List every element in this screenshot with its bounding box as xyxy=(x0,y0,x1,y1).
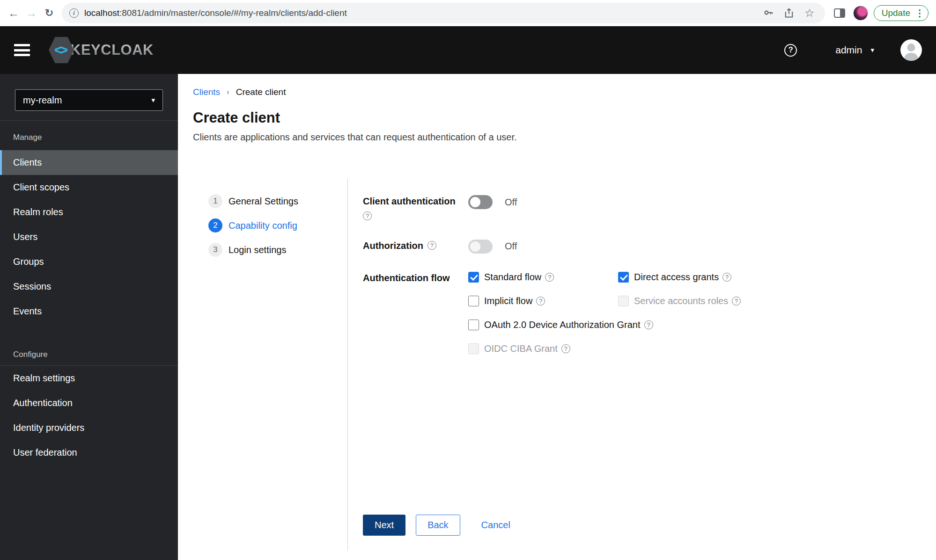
address-bar[interactable]: i localhost:8081/admin/master/console/#/… xyxy=(62,3,825,23)
step-label: General Settings xyxy=(228,196,298,207)
checkbox-direct-access-grants[interactable]: Direct access grants ? xyxy=(618,272,731,283)
wizard-step-login-settings[interactable]: 3 Login settings xyxy=(208,243,347,257)
wizard-steps-nav: 1 General Settings 2 Capability config 3… xyxy=(178,179,348,551)
nav-group-title-manage: Manage xyxy=(0,133,178,142)
browser-reload-icon[interactable]: ↻ xyxy=(40,4,58,22)
checkbox-box[interactable] xyxy=(468,296,479,306)
implicit-flow-help-icon[interactable]: ? xyxy=(536,297,545,305)
sidebar-item-sessions[interactable]: Sessions xyxy=(0,274,178,299)
checkbox-implicit-flow[interactable]: Implicit flow ? xyxy=(468,296,618,306)
checkbox-label: OIDC CIBA Grant xyxy=(484,343,558,354)
browser-back-icon[interactable]: ← xyxy=(5,4,22,22)
realm-name: my-realm xyxy=(23,95,62,106)
checkbox-service-accounts-roles: Service accounts roles ? xyxy=(618,296,741,306)
update-label: Update xyxy=(882,8,910,18)
sidebar-item-client-scopes[interactable]: Client scopes xyxy=(0,175,178,200)
service-accounts-roles-help-icon[interactable]: ? xyxy=(732,297,741,305)
client-authentication-row: Client authentication ? Off xyxy=(363,195,921,221)
help-icon[interactable]: ? xyxy=(784,44,797,57)
saved-passwords-key-icon[interactable] xyxy=(760,5,776,21)
sidebar-item-user-federation[interactable]: User federation xyxy=(0,440,178,465)
step-number: 1 xyxy=(208,194,222,208)
sidebar-item-authentication[interactable]: Authentication xyxy=(0,391,178,415)
user-menu-caret-icon: ▾ xyxy=(870,46,874,54)
capability-config-form: Client authentication ? Off Authorizatio xyxy=(348,179,936,551)
checkbox-box xyxy=(468,343,479,354)
page-subtitle: Clients are applications and services th… xyxy=(193,132,921,143)
sidebar-item-users[interactable]: Users xyxy=(0,225,178,249)
authorization-toggle xyxy=(468,240,493,254)
step-number: 3 xyxy=(208,243,222,257)
keycloak-logo[interactable]: <> KEYCLOAK xyxy=(49,37,154,63)
checkbox-label: Direct access grants xyxy=(634,272,719,283)
oauth-device-grant-help-icon[interactable]: ? xyxy=(644,320,653,329)
direct-access-grants-help-icon[interactable]: ? xyxy=(722,273,731,282)
browser-profile-avatar[interactable] xyxy=(853,6,868,21)
step-label: Capability config xyxy=(228,220,297,231)
url-host: localhost xyxy=(84,8,119,18)
checkbox-box xyxy=(618,296,629,306)
keycloak-wordmark: KEYCLOAK xyxy=(70,42,154,58)
cancel-button[interactable]: Cancel xyxy=(481,515,510,536)
checkbox-standard-flow[interactable]: Standard flow ? xyxy=(468,272,618,283)
standard-flow-help-icon[interactable]: ? xyxy=(545,273,554,282)
browser-update-button[interactable]: Update ⋮ xyxy=(874,5,929,21)
reload-glyph: ↻ xyxy=(45,7,53,19)
wizard-step-capability-config[interactable]: 2 Capability config xyxy=(208,218,347,233)
client-authentication-help-icon[interactable]: ? xyxy=(363,211,372,220)
checkbox-box[interactable] xyxy=(468,320,479,330)
checkbox-label: OAuth 2.0 Device Authorization Grant xyxy=(484,320,641,330)
oidc-ciba-grant-help-icon[interactable]: ? xyxy=(561,344,570,353)
checkbox-oidc-ciba-grant: OIDC CIBA Grant ? xyxy=(468,343,570,354)
sidebar-item-clients[interactable]: Clients xyxy=(0,150,178,175)
breadcrumb: Clients › Create client xyxy=(193,87,921,97)
authorization-row: Authorization ? Off xyxy=(363,240,921,254)
realm-selector[interactable]: my-realm ▾ xyxy=(15,89,163,111)
wizard-step-general-settings[interactable]: 1 General Settings xyxy=(208,194,347,208)
client-authentication-state: Off xyxy=(505,197,517,208)
client-authentication-label: Client authentication xyxy=(363,195,468,207)
checkbox-label: Standard flow xyxy=(484,272,541,283)
nav-toggle-hamburger-icon[interactable] xyxy=(14,44,30,56)
username: admin xyxy=(835,44,862,56)
step-number: 2 xyxy=(208,218,222,233)
sidebar-item-groups[interactable]: Groups xyxy=(0,249,178,274)
share-icon[interactable] xyxy=(781,5,797,21)
authorization-label: Authorization xyxy=(363,240,423,252)
bookmark-star-icon[interactable]: ☆ xyxy=(802,5,818,21)
user-menu[interactable]: admin ▾ xyxy=(835,44,874,56)
back-button[interactable]: Back xyxy=(416,515,460,536)
create-client-wizard: 1 General Settings 2 Capability config 3… xyxy=(178,179,936,551)
url-text: localhost:8081/admin/master/console/#/my… xyxy=(84,8,347,18)
checkbox-box[interactable] xyxy=(618,272,629,283)
checkbox-label: Implicit flow xyxy=(484,296,532,306)
breadcrumb-current: Create client xyxy=(236,87,286,97)
main-content: Clients › Create client Create client Cl… xyxy=(178,74,936,560)
site-info-icon[interactable]: i xyxy=(69,8,79,18)
authorization-state: Off xyxy=(505,241,517,252)
realm-selector-block: my-realm ▾ xyxy=(0,74,178,121)
browser-forward-icon: → xyxy=(22,4,40,22)
browser-menu-dots-icon[interactable]: ⋮ xyxy=(915,7,924,19)
authentication-flow-label: Authentication flow xyxy=(363,273,450,283)
keycloak-masthead: <> KEYCLOAK ? admin ▾ xyxy=(0,26,936,74)
checkbox-oauth-device-authorization-grant[interactable]: OAuth 2.0 Device Authorization Grant ? xyxy=(468,320,653,330)
sidebar-item-identity-providers[interactable]: Identity providers xyxy=(0,415,178,440)
sidebar: my-realm ▾ Manage Clients Client scopes … xyxy=(0,74,178,560)
user-avatar xyxy=(900,39,922,61)
url-path: :8081/admin/master/console/#/my-realm/cl… xyxy=(119,8,347,18)
client-authentication-toggle[interactable] xyxy=(468,195,493,209)
checkbox-label: Service accounts roles xyxy=(634,296,728,306)
nav-list-configure: Realm settings Authentication Identity p… xyxy=(0,366,178,465)
realm-selector-caret-icon: ▾ xyxy=(151,96,155,104)
keycloak-logo-hexagon-icon: <> xyxy=(49,37,74,63)
checkbox-box[interactable] xyxy=(468,272,479,283)
breadcrumb-clients-link[interactable]: Clients xyxy=(193,87,220,97)
sidebar-item-events[interactable]: Events xyxy=(0,299,178,324)
sidebar-item-realm-roles[interactable]: Realm roles xyxy=(0,200,178,225)
authorization-help-icon[interactable]: ? xyxy=(427,241,436,250)
authentication-flow-row: Authentication flow Standard flow ? xyxy=(363,272,921,354)
side-panel-icon[interactable] xyxy=(832,5,848,21)
next-button[interactable]: Next xyxy=(363,515,405,536)
sidebar-item-realm-settings[interactable]: Realm settings xyxy=(0,366,178,391)
